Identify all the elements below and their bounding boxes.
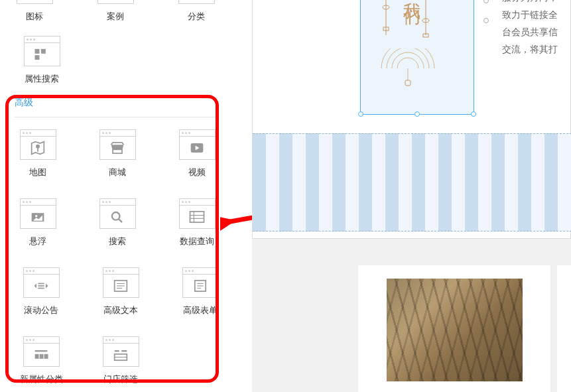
widget-icon[interactable]: 图标 <box>13 0 56 23</box>
svg-rect-9 <box>35 55 40 60</box>
svg-rect-48 <box>405 80 411 86</box>
widget-thumb-category <box>178 0 215 4</box>
design-canvas[interactable]: 我们 服务为方向， 致力于链接全 台会员共享信 交流，将其打 <box>252 0 571 392</box>
widget-attr-search[interactable]: 属性搜索 <box>19 36 65 85</box>
content-card-2[interactable] <box>557 265 571 392</box>
striped-background <box>253 133 571 231</box>
widget-label: 属性搜索 <box>25 73 59 85</box>
svg-rect-8 <box>35 49 40 54</box>
vertical-title: 我们 <box>400 0 423 5</box>
indicator-dot <box>483 18 489 23</box>
widget-sidebar: 图标 案例 分类 属性搜索 高级 地图 <box>0 0 231 392</box>
resize-handle-s[interactable] <box>414 111 420 117</box>
widget-label: 图标 <box>26 11 43 23</box>
svg-rect-10 <box>41 49 46 54</box>
fan-ornament-icon <box>375 48 441 88</box>
widget-label: 案例 <box>107 11 124 23</box>
description-text: 服务为方向， 致力于链接全 台会员共享信 交流，将其打 <box>502 0 558 58</box>
card-image <box>387 279 523 381</box>
page-section[interactable]: 我们 服务为方向， 致力于链接全 台会员共享信 交流，将其打 <box>252 0 571 239</box>
widget-case[interactable]: 案例 <box>94 0 137 23</box>
highlight-annotation <box>5 95 219 383</box>
widget-category[interactable]: 分类 <box>175 0 218 23</box>
widget-thumb-icon <box>17 0 53 4</box>
resize-handle-sw[interactable] <box>358 111 363 117</box>
widget-thumb-attr-search <box>24 36 60 66</box>
indicator-dot <box>483 0 489 3</box>
widget-label: 分类 <box>188 11 205 23</box>
resize-handle-se[interactable] <box>471 111 476 117</box>
top-widget-row: 图标 案例 分类 <box>0 0 231 23</box>
content-card[interactable] <box>358 265 550 392</box>
widget-thumb-case <box>97 0 134 4</box>
